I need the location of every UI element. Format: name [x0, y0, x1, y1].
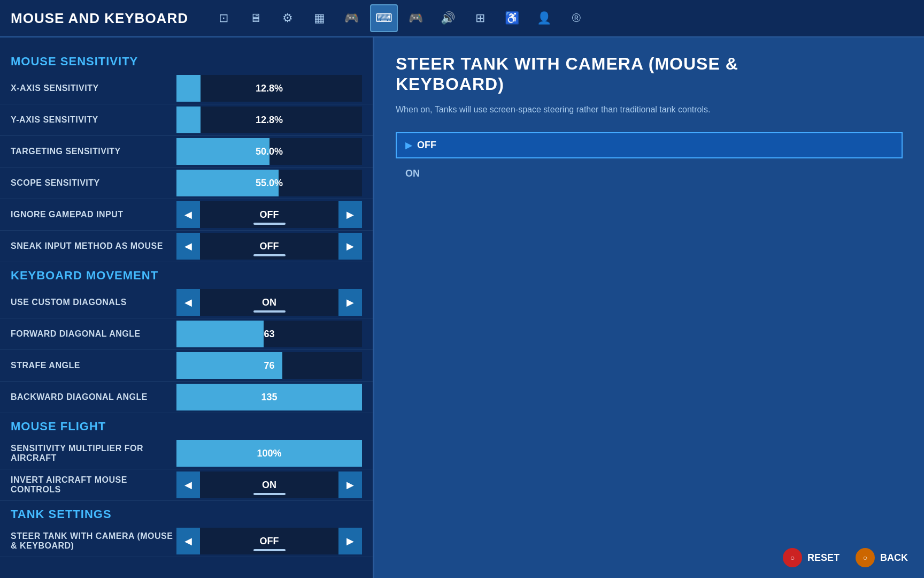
left-panel: MOUSE SENSITIVITYX-AXIS SENSITIVITY12.8%… — [0, 37, 374, 578]
arrow-right-button[interactable]: ▶ — [338, 471, 362, 498]
arrow-left-button[interactable]: ◀ — [176, 289, 200, 316]
bottom-buttons: ○RESET○BACK — [783, 548, 908, 567]
setting-row: USE CUSTOM DIAGONALS◀ON▶ — [0, 287, 373, 318]
setting-row: SCOPE SENSITIVITY55.0% — [0, 168, 373, 199]
arrow-indicator — [253, 493, 286, 495]
setting-row: TARGETING SENSITIVITY50.0% — [0, 136, 373, 168]
network-icon[interactable]: ⊞ — [466, 4, 494, 32]
arrow-control: ◀OFF▶ — [176, 201, 362, 228]
slider-value: 135 — [261, 392, 277, 403]
slider-value: 63 — [264, 329, 274, 340]
replay-icon[interactable]: ® — [563, 4, 590, 32]
arrow-left-button[interactable]: ◀ — [176, 201, 200, 228]
setting-control: 12.8% — [176, 75, 362, 102]
slider-value: 12.8% — [256, 115, 283, 126]
arrow-right-button[interactable]: ▶ — [338, 289, 362, 316]
setting-control: 63 — [176, 321, 362, 347]
setting-row: X-AXIS SENSITIVITY12.8% — [0, 73, 373, 104]
arrow-right-button[interactable]: ▶ — [338, 233, 362, 260]
setting-control: 12.8% — [176, 107, 362, 133]
slider-value: 55.0% — [256, 178, 283, 189]
setting-control: 135 — [176, 384, 362, 410]
arrow-left-button[interactable]: ◀ — [176, 528, 200, 554]
option-item-on[interactable]: ON — [396, 161, 903, 187]
arrow-right-button[interactable]: ▶ — [338, 528, 362, 554]
setting-row: IGNORE GAMEPAD INPUT◀OFF▶ — [0, 199, 373, 231]
arrow-control: ◀OFF▶ — [176, 528, 362, 554]
camera-icon[interactable]: ⊡ — [210, 4, 237, 32]
setting-control: ◀OFF▶ — [176, 528, 362, 554]
arrow-value-text: OFF — [260, 209, 279, 220]
setting-label: USE CUSTOM DIAGONALS — [11, 298, 176, 307]
user-icon[interactable]: 👤 — [530, 4, 558, 32]
setting-control: ◀OFF▶ — [176, 201, 362, 228]
slider-bar[interactable]: 50.0% — [176, 138, 362, 165]
arrow-indicator — [253, 223, 286, 225]
arrow-value: ON — [200, 289, 338, 316]
slider-bar[interactable]: 63 — [176, 321, 362, 347]
arrow-left-button[interactable]: ◀ — [176, 471, 200, 498]
setting-control: ◀OFF▶ — [176, 233, 362, 260]
arrow-indicator — [253, 310, 286, 313]
detail-description: When on, Tanks will use screen-space ste… — [396, 103, 903, 116]
slider-bar[interactable]: 12.8% — [176, 75, 362, 102]
setting-label: FORWARD DIAGONAL ANGLE — [11, 329, 176, 339]
setting-control: 76 — [176, 352, 362, 379]
gear-icon[interactable]: ⚙ — [274, 4, 302, 32]
setting-row: Y-AXIS SENSITIVITY12.8% — [0, 104, 373, 136]
keyboard-icon[interactable]: ⌨ — [370, 4, 398, 32]
slider-bar[interactable]: 55.0% — [176, 170, 362, 196]
setting-label: SCOPE SENSITIVITY — [11, 178, 176, 188]
setting-control: 50.0% — [176, 138, 362, 165]
back-button[interactable]: ○BACK — [856, 548, 908, 567]
hud-icon[interactable]: ▦ — [306, 4, 334, 32]
page-title: MOUSE AND KEYBOARD — [11, 10, 188, 27]
controller-icon[interactable]: 🎮 — [338, 4, 366, 32]
slider-bar[interactable]: 12.8% — [176, 107, 362, 133]
setting-label: X-AXIS SENSITIVITY — [11, 83, 176, 93]
arrow-control: ◀ON▶ — [176, 289, 362, 316]
option-label: ON — [405, 168, 420, 179]
arrow-left-button[interactable]: ◀ — [176, 233, 200, 260]
arrow-indicator — [253, 254, 286, 256]
setting-row: INVERT AIRCRAFT MOUSE CONTROLS◀ON▶ — [0, 469, 373, 501]
reset-button[interactable]: ○RESET — [783, 548, 840, 567]
arrow-value-text: ON — [262, 480, 276, 491]
setting-row: STEER TANK WITH CAMERA (MOUSE & KEYBOARD… — [0, 526, 373, 557]
option-arrow-icon: ▶ — [405, 140, 412, 150]
arrow-value: OFF — [200, 528, 338, 554]
arrow-value: ON — [200, 471, 338, 498]
setting-label: SENSITIVITY MULTIPLIER FOR AIRCRAFT — [11, 444, 176, 463]
arrow-value: OFF — [200, 201, 338, 228]
setting-label: STRAFE ANGLE — [11, 361, 176, 370]
setting-label: IGNORE GAMEPAD INPUT — [11, 210, 176, 219]
slider-value: 76 — [264, 360, 274, 371]
section-title-tank-settings: TANK SETTINGS — [0, 501, 373, 526]
setting-control: 100% — [176, 440, 362, 467]
nav-icons: ⊡🖥⚙▦🎮⌨🎮🔊⊞♿👤® — [210, 4, 590, 32]
option-item-off[interactable]: ▶OFF — [396, 132, 903, 158]
slider-value: 100% — [257, 448, 281, 459]
slider-bar[interactable]: 135 — [176, 384, 362, 410]
setting-label: SNEAK INPUT METHOD AS MOUSE — [11, 241, 176, 251]
detail-title: STEER TANK WITH CAMERA (MOUSE & KEYBOARD… — [396, 54, 903, 95]
slider-bar[interactable]: 100% — [176, 440, 362, 467]
setting-label: STEER TANK WITH CAMERA (MOUSE & KEYBOARD… — [11, 531, 176, 551]
arrow-control: ◀OFF▶ — [176, 233, 362, 260]
setting-row: SENSITIVITY MULTIPLIER FOR AIRCRAFT100% — [0, 438, 373, 469]
setting-label: BACKWARD DIAGONAL ANGLE — [11, 392, 176, 402]
arrow-value-text: OFF — [260, 536, 279, 547]
gamepad-icon[interactable]: 🎮 — [402, 4, 430, 32]
setting-control: 55.0% — [176, 170, 362, 196]
back-icon: ○ — [856, 548, 875, 567]
setting-label: INVERT AIRCRAFT MOUSE CONTROLS — [11, 475, 176, 495]
arrow-value-text: ON — [262, 297, 276, 308]
back-label: BACK — [880, 552, 908, 564]
arrow-control: ◀ON▶ — [176, 471, 362, 498]
monitor-icon[interactable]: 🖥 — [242, 4, 270, 32]
section-title-mouse-sensitivity: MOUSE SENSITIVITY — [0, 48, 373, 73]
arrow-right-button[interactable]: ▶ — [338, 201, 362, 228]
slider-bar[interactable]: 76 — [176, 352, 362, 379]
accessibility-icon[interactable]: ♿ — [498, 4, 526, 32]
audio-icon[interactable]: 🔊 — [434, 4, 462, 32]
